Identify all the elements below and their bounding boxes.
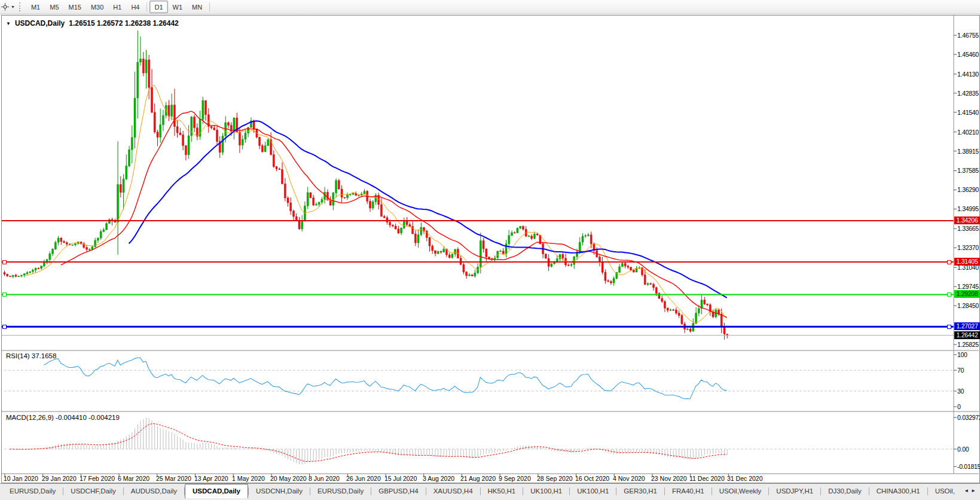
timeframe-button-m1[interactable]: M1 bbox=[26, 1, 45, 13]
price-level-badge: 1.34206 bbox=[954, 217, 980, 224]
timeframe-button-h1[interactable]: H1 bbox=[108, 1, 126, 13]
chart-tab-hk50-h1[interactable]: HK50,H1 bbox=[481, 484, 523, 498]
dropdown-arrow-icon: ▼ bbox=[11, 5, 15, 9]
chart-tab-gbpusd-h4[interactable]: GBPUSD,H4 bbox=[371, 484, 425, 498]
line-handle[interactable] bbox=[2, 325, 7, 329]
price-axis-label: 1.37585 bbox=[957, 167, 979, 174]
price-level-badge: 1.29208 bbox=[954, 290, 980, 298]
line-handle[interactable] bbox=[947, 260, 951, 264]
price-axis-label: 1.42835 bbox=[957, 90, 979, 97]
top-toolbar: ▼ M1M5M15M30H1H4D1W1MN bbox=[0, 0, 980, 14]
date-axis-label: 6 Mar 2020 bbox=[118, 475, 149, 482]
macd-histogram bbox=[5, 417, 728, 465]
toolbar-grip[interactable] bbox=[19, 2, 23, 11]
date-axis-label: 9 Sep 2020 bbox=[499, 475, 531, 482]
price-axis-label: 1.33665 bbox=[957, 225, 979, 232]
date-axis-label: 10 Jan 2020 bbox=[4, 475, 38, 482]
price-level-badge: 1.31405 bbox=[954, 258, 980, 266]
timeframe-button-m30[interactable]: M30 bbox=[86, 1, 108, 13]
timeframe-button-mn[interactable]: MN bbox=[187, 1, 207, 13]
date-axis-label: 11 Dec 2020 bbox=[689, 475, 725, 482]
price-axis-label: 1.34995 bbox=[957, 205, 979, 212]
timeframe-button-d1[interactable]: D1 bbox=[149, 1, 167, 13]
price-axis-label: 1.25825 bbox=[957, 341, 979, 348]
price-axis-label: 1.41540 bbox=[957, 109, 979, 116]
collapse-arrow-icon[interactable]: ▼ bbox=[6, 21, 11, 26]
date-axis-label: 31 Dec 2020 bbox=[727, 475, 763, 482]
chart-symbol: USDCAD,Daily bbox=[15, 19, 65, 28]
date-axis-label: 26 Jun 2020 bbox=[346, 475, 381, 482]
date-axis-label: 25 Mar 2020 bbox=[156, 475, 191, 482]
date-axis-label: 3 Aug 2020 bbox=[423, 475, 454, 482]
timeframe-button-m15[interactable]: M15 bbox=[64, 1, 86, 13]
rsi-axis-label: 100 bbox=[957, 351, 967, 358]
macd-signal-line bbox=[10, 423, 727, 461]
price-axis-label: 1.36290 bbox=[957, 186, 979, 193]
chart-tab-dj30-daily[interactable]: DJ30,Daily bbox=[821, 484, 869, 498]
date-axis-label: 20 May 2020 bbox=[270, 475, 307, 482]
timeframe-buttons: M1M5M15M30H1H4D1W1MN bbox=[26, 0, 212, 14]
chart-tab-usdchf-daily[interactable]: USDCHF,Daily bbox=[63, 484, 123, 498]
macd-axis-label: 0.00 bbox=[957, 446, 969, 453]
toolbar-separator bbox=[209, 2, 210, 12]
ma-medium-line bbox=[61, 111, 727, 318]
chart-tab-usoil-[interactable]: USOil, bbox=[928, 484, 962, 498]
date-axis-label: 15 Jul 2020 bbox=[384, 475, 417, 482]
current-price-badge: 1.26442 bbox=[954, 331, 980, 339]
date-axis-label: 28 Sep 2020 bbox=[537, 475, 573, 482]
chart-tab-eurusd-daily[interactable]: EURUSD,Daily bbox=[310, 484, 371, 498]
price-axis-label: 1.44130 bbox=[957, 71, 979, 78]
chart-title: ▼ USDCAD,Daily 1.26515 1.26572 1.26238 1… bbox=[6, 19, 179, 28]
rsi-line bbox=[44, 358, 726, 399]
date-axis-label: 13 Apr 2020 bbox=[194, 475, 228, 482]
rsi-axis-label: 30 bbox=[957, 388, 964, 395]
chart-tab-usoil-weekly[interactable]: USOil,Weekly bbox=[712, 484, 769, 498]
tabs-scroll-left-button[interactable]: ◄ bbox=[964, 488, 969, 500]
crosshair-tool-button[interactable]: ▼ bbox=[0, 1, 17, 13]
chart-tab-uk100-h1[interactable]: UK100,H1 bbox=[523, 484, 569, 498]
chart-tab-audusd-daily[interactable]: AUDUSD,Daily bbox=[124, 484, 184, 498]
price-axis-label: 1.32370 bbox=[957, 244, 979, 251]
line-handle[interactable] bbox=[2, 292, 7, 297]
price-axis-label: 1.38915 bbox=[957, 148, 979, 155]
price-axis-label: 1.28450 bbox=[957, 302, 979, 309]
price-level-badge: 1.27027 bbox=[954, 322, 980, 330]
date-axis-label: 17 Feb 2020 bbox=[80, 475, 115, 482]
price-chart-canvas[interactable] bbox=[2, 16, 979, 483]
chart-tab-china300-h1[interactable]: CHINA300,H1 bbox=[869, 484, 927, 498]
candle-bodies-down bbox=[4, 59, 728, 336]
timeframe-button-m5[interactable]: M5 bbox=[45, 1, 63, 13]
rsi-axis-label: 70 bbox=[957, 367, 964, 374]
chart-tab-usdcad-daily[interactable]: USDCAD,Daily bbox=[185, 484, 248, 498]
date-axis-label: 8 Jun 2020 bbox=[309, 475, 340, 482]
chart-tab-ger30-h1[interactable]: GER30,H1 bbox=[616, 484, 664, 498]
candle-bodies-up bbox=[12, 59, 717, 331]
price-axis-label: 1.40210 bbox=[957, 129, 979, 136]
timeframe-button-w1[interactable]: W1 bbox=[168, 1, 188, 13]
toolbar-separator bbox=[146, 2, 147, 12]
chart-tab-uk100-h1[interactable]: UK100,H1 bbox=[570, 484, 616, 498]
date-axis-label: 4 Nov 2020 bbox=[613, 475, 645, 482]
line-handle[interactable] bbox=[947, 292, 951, 297]
line-handle[interactable] bbox=[2, 260, 7, 264]
chart-window: ▼ USDCAD,Daily 1.26515 1.26572 1.26238 1… bbox=[1, 15, 980, 483]
candle-wicks-up bbox=[13, 31, 716, 332]
chart-tab-xauusd-h4[interactable]: XAUUSD,H4 bbox=[426, 484, 480, 498]
chart-tab-eurusd-daily[interactable]: EURUSD,Daily bbox=[2, 484, 63, 498]
date-axis-label: 21 Aug 2020 bbox=[460, 475, 496, 482]
macd-axis-label: -0.018154 bbox=[957, 463, 980, 470]
chart-tabs: EURUSD,DailyUSDCHF,DailyAUDUSD,DailyUSDC… bbox=[0, 484, 963, 498]
rsi-label: RSI(14) 37.1658 bbox=[6, 352, 56, 359]
timeframe-button-h4[interactable]: H4 bbox=[126, 1, 144, 13]
chart-tab-usdcnh-daily[interactable]: USDCNH,Daily bbox=[249, 484, 310, 498]
line-handle[interactable] bbox=[947, 325, 951, 329]
chart-tab-usdjpy-h1[interactable]: USDJPY,H1 bbox=[769, 484, 820, 498]
date-axis-label: 16 Oct 2020 bbox=[575, 475, 609, 482]
rsi-axis-label: 0 bbox=[957, 403, 961, 410]
macd-label: MACD(12,26,9) -0.004410 -0.004219 bbox=[6, 414, 120, 421]
chart-ohlc-values: 1.26515 1.26572 1.26238 1.26442 bbox=[69, 19, 179, 28]
crosshair-icon bbox=[1, 2, 10, 11]
price-axis-label: 1.45460 bbox=[957, 51, 979, 58]
chart-tab-fra40-h1[interactable]: FRA40,H1 bbox=[665, 484, 712, 498]
tabs-scroll-right-button[interactable]: ► bbox=[971, 488, 976, 500]
